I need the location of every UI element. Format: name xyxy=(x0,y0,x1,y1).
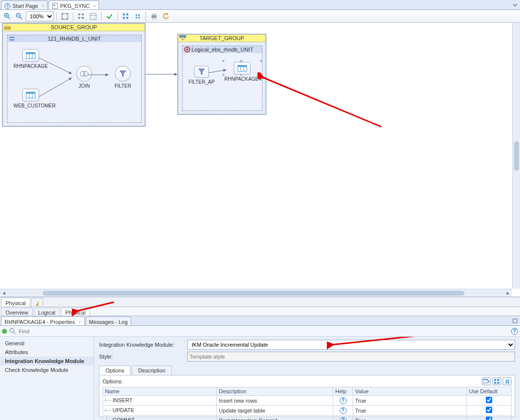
tab-label: Overview xyxy=(5,310,28,315)
svg-rect-74 xyxy=(506,382,507,383)
properties-content: Integration Knowledge Module: IKM Oracle… xyxy=(94,337,520,420)
svg-line-58 xyxy=(262,77,381,127)
zoom-out-button[interactable] xyxy=(14,11,25,22)
help-icon[interactable]: ? xyxy=(340,417,347,420)
table-icon xyxy=(234,62,251,75)
help-icon[interactable]: ? xyxy=(340,397,347,404)
options-table-menu[interactable] xyxy=(482,377,491,385)
opt-tab-description[interactable]: Description xyxy=(132,366,172,375)
close-icon[interactable]: × xyxy=(42,3,44,8)
col-help[interactable]: Help xyxy=(333,387,353,396)
svg-rect-30 xyxy=(9,37,14,38)
col-name[interactable]: Name xyxy=(103,387,217,396)
group-title-text: TARGET_GROUP xyxy=(200,35,244,41)
run-status-icon xyxy=(2,329,7,334)
fit-window-button[interactable] xyxy=(59,11,70,22)
node-rhnpackage4[interactable]: RHNPACKAGE4 xyxy=(224,62,260,82)
ikm-select[interactable]: IKM Oracle Incremental Update xyxy=(187,340,515,350)
properties-panel: RHNPACKAGE4 - Properties × Messages - Lo… xyxy=(0,316,520,420)
nav-attributes[interactable]: Attributes xyxy=(0,348,94,357)
opt-tab-options[interactable]: Options xyxy=(99,366,131,375)
tab-label: PKG_SYNC xyxy=(60,3,90,9)
close-icon[interactable]: × xyxy=(93,3,96,8)
mode-tab-logical[interactable]: Logical xyxy=(34,308,60,315)
group-title: TARGET_GROUP xyxy=(178,35,265,42)
unit-title: Logical_ebs_rhndb_UNIT xyxy=(183,46,262,53)
node-web-customer[interactable]: WEB_CUSTOMER xyxy=(13,89,48,108)
svg-rect-19 xyxy=(138,14,140,16)
validate-button[interactable] xyxy=(104,11,115,22)
nav-ckm[interactable]: Check Knowledge Module xyxy=(0,366,94,374)
close-icon[interactable]: × xyxy=(78,319,81,324)
help-icon[interactable]: ? xyxy=(511,328,518,335)
use-default-checkbox[interactable] xyxy=(486,397,492,403)
tab-label: Physical xyxy=(5,300,26,306)
node-join[interactable]: JOIN xyxy=(67,66,102,89)
svg-rect-33 xyxy=(26,52,35,54)
zoom-in-button[interactable] xyxy=(2,11,13,22)
canvas-vscroll[interactable] xyxy=(512,23,520,289)
option-tabs: Options Description xyxy=(99,366,515,375)
group-title: SOURCE_GROUP xyxy=(3,24,145,31)
target-group[interactable]: TARGET_GROUP Logical_ebs_rhndb_UNIT FILT… xyxy=(177,34,266,115)
view-tab-physical[interactable]: Physical xyxy=(1,298,30,307)
find-input[interactable] xyxy=(18,327,117,335)
nav-ikm[interactable]: Integration Knowledge Module xyxy=(0,357,94,366)
svg-rect-15 xyxy=(126,13,128,15)
node-filter[interactable]: FILTER xyxy=(105,66,140,89)
panel-menu[interactable] xyxy=(510,316,520,325)
zoom-select[interactable]: 100% xyxy=(26,11,54,21)
unit-title-text: 121_RHNDB_L_UNIT xyxy=(48,36,101,42)
svg-line-49 xyxy=(180,37,183,40)
svg-rect-24 xyxy=(153,17,156,19)
col-value[interactable]: Value xyxy=(353,387,467,396)
svg-rect-17 xyxy=(126,17,128,19)
mode-tab-physical[interactable]: Physical xyxy=(61,308,90,315)
view-tab-warning[interactable] xyxy=(31,298,43,307)
help-icon[interactable]: ? xyxy=(340,407,347,414)
target-unit[interactable]: Logical_ebs_rhndb_UNIT FILTER_AP RHNPACK… xyxy=(182,46,262,111)
tab-properties[interactable]: RHNPACKAGE4 - Properties × xyxy=(1,316,85,325)
canvas-hscroll[interactable]: ◂ ▸ xyxy=(0,289,512,297)
svg-rect-75 xyxy=(508,382,509,383)
source-group[interactable]: SOURCE_GROUP 121_RHNDB_L_UNIT xyxy=(2,23,146,127)
tab-list-dropdown[interactable] xyxy=(510,0,520,9)
col-desc[interactable]: Description xyxy=(217,387,333,396)
options-label: Options: xyxy=(103,378,123,384)
help-icon: ? xyxy=(4,3,10,9)
tab-start-page[interactable]: ? Start Page × xyxy=(1,0,48,9)
svg-line-29 xyxy=(7,25,10,27)
col-usedef[interactable]: Use Default xyxy=(467,387,512,396)
group-icon xyxy=(4,24,11,31)
table-row[interactable]: ⊢┄INSERTInsert new rows?True xyxy=(103,396,512,406)
editor-mode-tabs: Overview Logical Physical xyxy=(0,307,520,316)
source-unit[interactable]: 121_RHNDB_L_UNIT RHNPACKAGE WEB_CUSTO xyxy=(7,35,142,123)
expand-button[interactable] xyxy=(120,11,131,22)
svg-rect-26 xyxy=(6,27,8,29)
filter-icon xyxy=(194,66,209,78)
refresh-button[interactable] xyxy=(160,11,171,22)
svg-rect-48 xyxy=(184,35,186,37)
svg-rect-10 xyxy=(78,17,80,19)
grid-button[interactable] xyxy=(76,11,87,22)
mapping-canvas[interactable]: SOURCE_GROUP 121_RHNDB_L_UNIT xyxy=(0,23,515,280)
tab-pkg-sync[interactable]: PKG_SYNC × xyxy=(49,0,99,9)
mode-tab-overview[interactable]: Overview xyxy=(1,308,33,315)
nav-general[interactable]: General xyxy=(0,339,94,348)
svg-line-28 xyxy=(5,25,7,27)
use-default-checkbox[interactable] xyxy=(486,407,492,413)
node-rhnpackage[interactable]: RHNPACKAGE xyxy=(13,49,48,69)
node-filter-ap[interactable]: FILTER_AP xyxy=(187,66,216,85)
find-bar: ? xyxy=(0,326,520,337)
collapse-button[interactable] xyxy=(132,11,143,22)
print-button[interactable] xyxy=(149,11,159,22)
unit-title: 121_RHNDB_L_UNIT xyxy=(7,35,141,42)
tab-messages-log[interactable]: Messages - Log xyxy=(86,316,131,325)
layout-button[interactable] xyxy=(88,11,99,22)
join-icon xyxy=(76,66,92,82)
use-default-checkbox[interactable] xyxy=(486,417,492,420)
table-row[interactable]: └┄COMMITPost Integration Commit?True xyxy=(103,416,512,420)
options-collapse-all[interactable] xyxy=(503,377,512,385)
table-row[interactable]: ⊢┄UPDATEUpdate target table?True xyxy=(103,406,512,416)
options-expand-all[interactable] xyxy=(492,377,501,385)
